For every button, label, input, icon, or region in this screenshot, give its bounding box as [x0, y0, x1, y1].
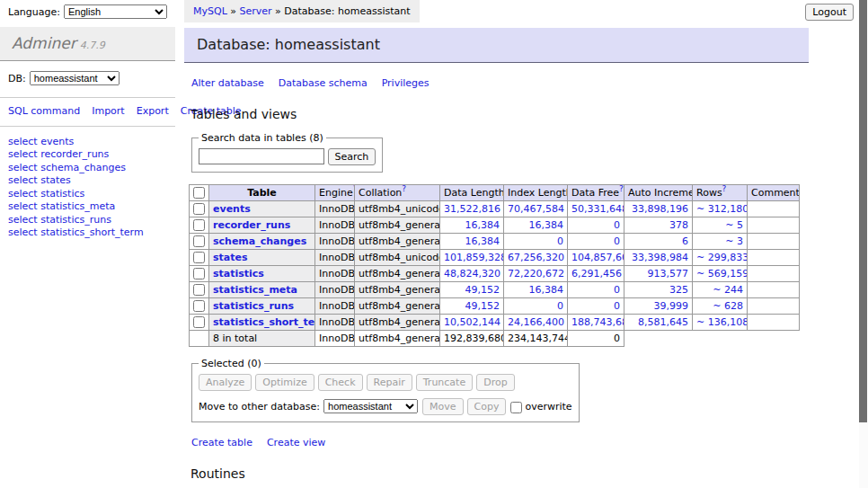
select-link-states[interactable]: select	[8, 174, 38, 186]
btn-truncate[interactable]: Truncate	[416, 374, 473, 391]
row-checkbox-recorder-runs[interactable]	[193, 219, 205, 231]
table-link-events[interactable]: events	[40, 136, 74, 147]
data-free-link[interactable]: 0	[614, 219, 620, 231]
data-length-link[interactable]: 16,384	[465, 219, 500, 231]
auto-increment-link[interactable]: 39,999	[654, 300, 689, 312]
index-length-link[interactable]: 16,384	[529, 219, 564, 231]
rows-link[interactable]: ~ 628	[713, 300, 743, 312]
table-link-statistics[interactable]: statistics	[40, 188, 84, 200]
move-button[interactable]: Move	[422, 398, 464, 415]
table-name-link-events[interactable]: events	[213, 203, 251, 215]
auto-increment-link[interactable]: 8,581,645	[638, 316, 688, 328]
help-link-collation[interactable]: ?	[402, 185, 406, 194]
data-length-link[interactable]: 31,522,816	[444, 203, 500, 215]
search-button[interactable]: Search	[328, 148, 376, 165]
data-free-link[interactable]: 0	[614, 300, 620, 312]
select-link-statistics-short-term[interactable]: select	[8, 226, 38, 238]
overwrite-checkbox[interactable]	[510, 402, 522, 413]
auto-increment-link[interactable]: 33,898,196	[632, 203, 688, 215]
row-checkbox-statistics-runs[interactable]	[193, 300, 205, 312]
select-link-statistics[interactable]: select	[8, 188, 38, 200]
search-input[interactable]	[199, 148, 324, 164]
link-create-table[interactable]: Create table	[191, 437, 252, 448]
db-select[interactable]: homeassistant	[30, 71, 120, 85]
table-name-link-states[interactable]: states	[213, 252, 248, 263]
rows-link[interactable]: ~ 312,180	[696, 203, 748, 215]
help-link-data-free[interactable]: ?	[619, 185, 624, 194]
table-name-link-statistics-short-term[interactable]: statistics_short_term	[213, 316, 315, 328]
data-length-link[interactable]: 48,824,320	[444, 268, 500, 279]
row-checkbox-events[interactable]	[193, 203, 205, 215]
data-length-link[interactable]: 49,152	[465, 300, 500, 312]
btn-repair[interactable]: Repair	[367, 374, 412, 391]
btn-optimize[interactable]: Optimize	[255, 374, 314, 391]
index-length-link[interactable]: 67,256,320	[508, 252, 564, 263]
link-alter-database[interactable]: Alter database	[191, 77, 264, 89]
table-link-statistics-runs[interactable]: statistics_runs	[40, 214, 111, 226]
select-all-checkbox[interactable]	[193, 187, 205, 199]
link-database-schema[interactable]: Database schema	[279, 77, 368, 89]
move-db-select[interactable]: homeassistant	[323, 399, 418, 413]
table-name-link-schema-changes[interactable]: schema_changes	[213, 235, 306, 247]
auto-increment-link[interactable]: 325	[669, 284, 688, 296]
row-checkbox-statistics[interactable]	[193, 268, 205, 279]
data-free-link[interactable]: 50,331,648	[571, 203, 624, 215]
link-import[interactable]: Import	[92, 105, 125, 117]
select-link-recorder-runs[interactable]: select	[8, 148, 38, 160]
help-link-rows[interactable]: ?	[722, 185, 727, 194]
rows-link[interactable]: ~ 136,108	[696, 316, 748, 328]
table-link-states[interactable]: states	[40, 174, 71, 186]
link-create-view[interactable]: Create view	[267, 437, 325, 448]
auto-increment-link[interactable]: 6	[682, 235, 688, 247]
data-length-link[interactable]: 49,152	[465, 284, 500, 296]
table-link-statistics-short-term[interactable]: statistics_short_term	[40, 226, 143, 238]
data-free-link[interactable]: 6,291,456	[571, 268, 622, 279]
link-privileges[interactable]: Privileges	[382, 77, 430, 89]
rows-link[interactable]: ~ 5	[725, 219, 743, 231]
table-name-link-statistics-runs[interactable]: statistics_runs	[213, 300, 294, 312]
row-checkbox-statistics-meta[interactable]	[193, 284, 205, 296]
table-name-link-recorder-runs[interactable]: recorder_runs	[213, 219, 290, 231]
link-sql-command[interactable]: SQL command	[8, 105, 80, 117]
language-select[interactable]: English	[64, 4, 167, 19]
data-free-link[interactable]: 188,743,680	[571, 316, 624, 328]
link-export[interactable]: Export	[137, 105, 169, 117]
row-checkbox-schema-changes[interactable]	[193, 235, 205, 247]
btn-analyze[interactable]: Analyze	[199, 374, 252, 391]
scrollbar-thumb[interactable]	[859, 0, 867, 422]
select-link-statistics-meta[interactable]: select	[8, 200, 38, 212]
data-length-link[interactable]: 10,502,144	[444, 316, 500, 328]
btn-check[interactable]: Check	[318, 374, 363, 391]
index-length-link[interactable]: 0	[557, 300, 563, 312]
logout-button[interactable]: Logout	[805, 4, 854, 21]
index-length-link[interactable]: 72,220,672	[508, 268, 564, 279]
select-link-events[interactable]: select	[8, 136, 38, 147]
select-link-statistics-runs[interactable]: select	[8, 214, 38, 226]
data-free-link[interactable]: 104,857,600	[571, 252, 624, 263]
table-link-statistics-meta[interactable]: statistics_meta	[40, 200, 115, 212]
rows-link[interactable]: ~ 569,159	[696, 268, 748, 279]
index-length-link[interactable]: 16,384	[529, 284, 564, 296]
index-length-link[interactable]: 0	[557, 235, 563, 247]
data-length-link[interactable]: 16,384	[465, 235, 500, 247]
index-length-link[interactable]: 70,467,584	[508, 203, 564, 215]
table-link-recorder-runs[interactable]: recorder_runs	[40, 148, 109, 160]
btn-drop[interactable]: Drop	[476, 374, 514, 391]
copy-button[interactable]: Copy	[467, 398, 507, 415]
rows-link[interactable]: ~ 244	[713, 284, 743, 296]
row-checkbox-statistics-short-term[interactable]	[193, 316, 205, 328]
auto-increment-link[interactable]: 33,398,984	[632, 252, 688, 263]
rows-link[interactable]: ~ 3	[725, 235, 743, 247]
rows-link[interactable]: ~ 299,833	[696, 252, 748, 263]
select-link-schema-changes[interactable]: select	[8, 162, 38, 173]
auto-increment-link[interactable]: 378	[669, 219, 688, 231]
table-name-link-statistics-meta[interactable]: statistics_meta	[213, 284, 297, 296]
data-free-link[interactable]: 0	[614, 235, 620, 247]
index-length-link[interactable]: 24,166,400	[508, 316, 564, 328]
row-checkbox-states[interactable]	[193, 252, 205, 263]
data-free-link[interactable]: 0	[614, 284, 620, 296]
table-name-link-statistics[interactable]: statistics	[213, 268, 264, 279]
auto-increment-link[interactable]: 913,577	[648, 268, 689, 279]
table-link-schema-changes[interactable]: schema_changes	[40, 162, 126, 173]
data-length-link[interactable]: 101,859,328	[444, 252, 504, 263]
